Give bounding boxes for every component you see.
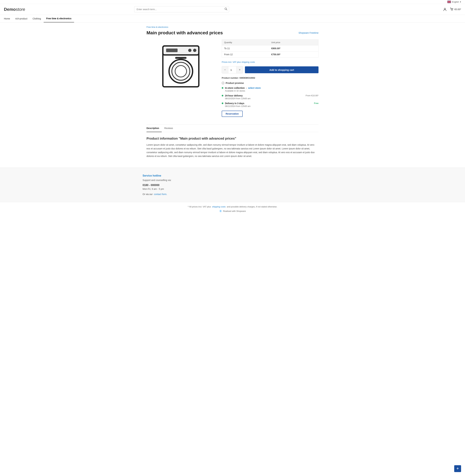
- svg-rect-8: [166, 49, 178, 52]
- footer-shopware-label: Realised with Shopware: [223, 210, 246, 212]
- svg-text:S: S: [220, 210, 221, 212]
- footer-shopware: S Realised with Shopware: [4, 209, 461, 213]
- price-table-price-header: Unit price: [269, 40, 318, 45]
- quantity-control: − +: [222, 66, 243, 73]
- promise-3days-content: Delivery in 3 days 08/12/2024 from 12h00…: [225, 102, 312, 107]
- price-row-2-price: €750.00*: [269, 52, 318, 58]
- search-input[interactable]: [134, 6, 229, 12]
- nav-item-rich-product[interactable]: rich-product: [13, 15, 30, 22]
- chevron-down-icon: ▾: [460, 1, 461, 3]
- product-promise-label: Product promise: [226, 82, 244, 84]
- vat-note: Prices incl. VAT plus shipping costs: [222, 61, 318, 63]
- product-image: [159, 43, 202, 90]
- cart-row: − + Add to shopping cart: [222, 66, 318, 73]
- site-footer: * All prices incl. VAT plus shipping cos…: [0, 202, 465, 216]
- green-dot-24h: [222, 95, 223, 96]
- svg-point-5: [452, 10, 453, 11]
- header-actions: €0.00*: [443, 8, 461, 11]
- service-support-label: Support and counselling via:: [143, 179, 322, 181]
- promise-instore-content: In-store collection - select store Avail…: [225, 87, 318, 92]
- price-row-2-qty: From 12: [222, 52, 269, 58]
- footer-note: * All prices incl. VAT plus shipping cos…: [4, 206, 461, 208]
- product-number-value: SWDEMO10002: [239, 77, 255, 79]
- product-layout: Quantity Unit price To 11 €800.00* From …: [147, 39, 318, 120]
- tab-reviews[interactable]: Reviews: [162, 124, 176, 132]
- nav-item-clothing[interactable]: Clothing: [30, 15, 43, 22]
- shopware-icon: S: [219, 209, 222, 213]
- quantity-decrease-button[interactable]: −: [222, 66, 228, 73]
- contact-form-link[interactable]: contact form.: [154, 193, 167, 196]
- promise-3days-price: Free: [314, 102, 318, 104]
- service-contact-prefix: Or via our: [143, 193, 153, 196]
- service-section: Service hotline Support and counselling …: [0, 167, 465, 202]
- tabs-section: Description Reviews Product information …: [147, 124, 318, 163]
- select-store-link[interactable]: select store: [248, 87, 261, 89]
- price-row-1-price: €800.00*: [269, 45, 318, 52]
- search-button[interactable]: [224, 8, 227, 11]
- breadcrumb[interactable]: Free time & electronics: [147, 26, 318, 28]
- price-row-2: From 12 €750.00*: [222, 52, 318, 58]
- nav-item-free-time[interactable]: Free time & electronics: [44, 15, 74, 22]
- product-info-body: Lorem ipsum dolor sit amet, consetetur s…: [147, 143, 318, 158]
- site-logo[interactable]: Demostore: [4, 7, 25, 12]
- price-row-1-qty: To 11: [222, 45, 269, 52]
- product-info-heading: Product information "Main product with a…: [147, 137, 318, 140]
- tabs: Description Reviews: [147, 124, 318, 132]
- main-content: Free time & electronics Main product wit…: [143, 22, 322, 166]
- product-title-row: Main product with advanced prices Shopwa…: [147, 30, 318, 35]
- shopware-freetime-link[interactable]: Shopware Freetime: [298, 31, 318, 34]
- promise-24h-sub: 08/10/2024 from 12h00 am: [225, 97, 304, 100]
- promise-24h-content: 24-hour delivery 08/10/2024 from 12h00 a…: [225, 94, 304, 100]
- svg-point-3: [444, 8, 445, 10]
- svg-point-9: [188, 49, 191, 52]
- green-dot-3days: [222, 103, 223, 104]
- search-icon: [224, 8, 227, 10]
- product-number-label: Product number:: [222, 77, 239, 79]
- account-icon: [443, 8, 447, 11]
- product-number: Product number: SWDEMO10002: [222, 77, 318, 79]
- promise-instore-title: In-store collection - select store: [225, 87, 318, 89]
- promise-24h-title: 24-hour delivery: [225, 94, 304, 97]
- add-to-cart-button[interactable]: Add to shopping cart: [245, 66, 318, 73]
- shipping-costs-link[interactable]: shipping costs: [212, 206, 225, 208]
- footer-note-prefix: * All prices incl. VAT plus: [188, 206, 211, 208]
- nav-item-home[interactable]: Home: [4, 15, 13, 22]
- price-row-1: To 11 €800.00*: [222, 45, 318, 52]
- service-phone: 0180 - 000000: [143, 184, 322, 187]
- price-table-qty-header: Quantity: [222, 40, 269, 45]
- service-inner: Service hotline Support and counselling …: [143, 174, 322, 196]
- flag-icon: [447, 1, 451, 3]
- cart-icon: [450, 8, 454, 11]
- top-bar: English ▾: [0, 0, 465, 4]
- cart-button[interactable]: €0.00*: [450, 8, 461, 11]
- svg-point-4: [451, 10, 452, 11]
- svg-rect-14: [175, 57, 187, 59]
- tab-description[interactable]: Description: [147, 124, 162, 132]
- price-table: Quantity Unit price To 11 €800.00* From …: [222, 39, 318, 58]
- reservation-button[interactable]: Reservation: [222, 111, 243, 117]
- service-contact: Or via our contact form.: [143, 193, 322, 196]
- promise-item-24h: 24-hour delivery 08/10/2024 from 12h00 a…: [222, 94, 318, 100]
- footer-note-suffix: and possible delivery charges, if not st…: [227, 206, 277, 208]
- service-hours: Mon-Fri, 9 am - 5 pm: [143, 188, 322, 190]
- promise-item-instore: In-store collection - select store Avail…: [222, 87, 318, 92]
- svg-point-10: [193, 49, 196, 52]
- product-title: Main product with advanced prices: [147, 30, 223, 35]
- promise-24h-price: From €10.00*: [306, 94, 318, 97]
- promise-3days-title: Delivery in 3 days: [225, 102, 312, 105]
- info-icon: i: [222, 82, 224, 84]
- product-info-section: Product information "Main product with a…: [147, 132, 318, 163]
- search-bar: [134, 6, 229, 12]
- promise-instore-sub: Available in 32 stores: [225, 90, 318, 92]
- product-promise-title: i Product promise: [222, 82, 318, 84]
- green-dot-instore: [222, 87, 223, 89]
- language-label: English: [452, 1, 459, 3]
- product-info-area: Quantity Unit price To 11 €800.00* From …: [222, 39, 318, 120]
- site-header: Demostore €0.00*: [0, 4, 465, 15]
- svg-point-13: [175, 66, 187, 77]
- product-promise-section: i Product promise In-store collection - …: [222, 82, 318, 117]
- account-button[interactable]: [443, 8, 447, 11]
- quantity-increase-button[interactable]: +: [237, 66, 243, 73]
- quantity-input[interactable]: [228, 66, 237, 73]
- language-selector[interactable]: English ▾: [447, 1, 461, 3]
